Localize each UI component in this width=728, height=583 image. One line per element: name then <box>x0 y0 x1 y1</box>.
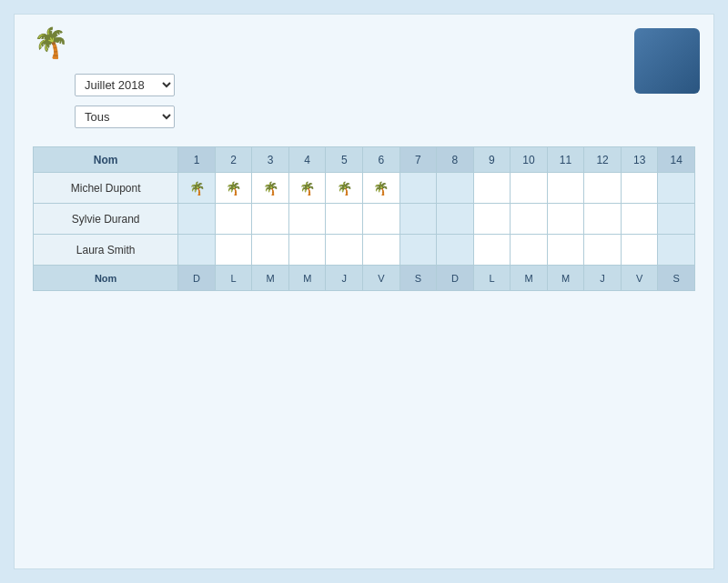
day-cell <box>621 235 658 266</box>
footer-day-letter: M <box>252 266 289 291</box>
table-row: Michel Dupont🌴🌴🌴🌴🌴🌴 <box>34 173 695 204</box>
header-day-3: 3 <box>252 147 289 173</box>
day-cell <box>584 235 622 266</box>
day-cell <box>252 235 289 266</box>
palm-icon: 🌴 <box>189 181 205 196</box>
day-cell: 🌴 <box>288 173 326 204</box>
person-name: Michel Dupont <box>34 173 178 204</box>
footer-day-letter: V <box>621 266 658 291</box>
day-cell <box>326 204 363 235</box>
day-cell <box>437 235 474 266</box>
header-day-2: 2 <box>215 147 252 173</box>
header-day-12: 12 <box>584 147 622 173</box>
day-cell <box>363 204 400 235</box>
header-day-9: 9 <box>473 147 511 173</box>
day-cell: 🌴 <box>326 173 363 204</box>
footer-day-letter: S <box>658 266 695 291</box>
day-cell <box>584 173 622 204</box>
footer-day-letter: L <box>215 266 252 291</box>
header: 🌴 <box>33 28 695 57</box>
day-cell <box>547 204 584 235</box>
logo-box <box>634 28 700 94</box>
day-cell <box>252 204 289 235</box>
header-day-5: 5 <box>326 147 363 173</box>
day-cell <box>288 235 326 266</box>
day-cell <box>399 173 437 204</box>
planning-table: Nom1234567891011121314Michel Dupont🌴🌴🌴🌴🌴… <box>33 146 695 291</box>
day-cell <box>399 235 437 266</box>
day-cell: 🌴 <box>215 173 252 204</box>
header-nom: Nom <box>34 147 178 173</box>
day-cell <box>473 204 511 235</box>
site-select[interactable]: Tous <box>75 106 175 128</box>
header-day-7: 7 <box>399 147 437 173</box>
footer-day-letter: D <box>178 266 216 291</box>
day-cell <box>215 204 252 235</box>
footer-day-letter: S <box>399 266 437 291</box>
day-cell <box>621 204 658 235</box>
day-cell <box>584 204 622 235</box>
palm-icon: 🌴 <box>373 181 389 196</box>
mois-row: Juillet 2018 <box>33 74 695 96</box>
app-icon: 🌴 <box>33 28 69 57</box>
day-cell <box>621 173 658 204</box>
day-cell: 🌴 <box>363 173 400 204</box>
header-day-14: 14 <box>658 147 695 173</box>
day-cell <box>437 173 474 204</box>
day-cell <box>326 235 363 266</box>
controls: Juillet 2018 Tous <box>33 74 695 128</box>
day-cell <box>178 204 216 235</box>
day-cell <box>399 204 437 235</box>
day-cell <box>658 204 695 235</box>
day-cell <box>511 235 548 266</box>
footer-day-letter: V <box>363 266 400 291</box>
table-row: Sylvie Durand <box>34 204 695 235</box>
day-cell <box>658 235 695 266</box>
header-day-1: 1 <box>178 147 216 173</box>
page-wrapper: 🌴 Juillet 2018 Tous Nom12345678910111213… <box>14 14 714 569</box>
header-day-4: 4 <box>288 147 326 173</box>
footer-day-letter: D <box>437 266 474 291</box>
header-day-10: 10 <box>511 147 548 173</box>
day-cell <box>215 235 252 266</box>
palm-icon: 🌴 <box>263 181 278 196</box>
day-cell <box>511 204 548 235</box>
footer-day-letter: M <box>547 266 584 291</box>
day-cell <box>658 173 695 204</box>
day-cell: 🌴 <box>252 173 289 204</box>
footer-day-letter: L <box>473 266 511 291</box>
palm-icon: 🌴 <box>226 181 241 196</box>
day-cell <box>363 235 400 266</box>
header-day-8: 8 <box>437 147 474 173</box>
header-day-13: 13 <box>621 147 658 173</box>
header-day-6: 6 <box>363 147 400 173</box>
palm-icon: 🌴 <box>299 181 315 196</box>
mois-select[interactable]: Juillet 2018 <box>75 74 175 96</box>
footer-nom: Nom <box>34 266 178 291</box>
footer-day-letter: M <box>288 266 326 291</box>
day-cell <box>178 235 216 266</box>
day-cell <box>547 173 584 204</box>
footer-day-letter: M <box>511 266 548 291</box>
day-cell <box>473 173 511 204</box>
day-cell <box>547 235 584 266</box>
day-cell <box>511 173 548 204</box>
palm-icon: 🌴 <box>337 181 352 196</box>
planning-wrapper: Nom1234567891011121314Michel Dupont🌴🌴🌴🌴🌴… <box>33 146 695 291</box>
person-name: Laura Smith <box>34 235 178 266</box>
day-cell <box>437 204 474 235</box>
day-cell: 🌴 <box>178 173 216 204</box>
day-cell <box>473 235 511 266</box>
table-row: Laura Smith <box>34 235 695 266</box>
footer-day-letter: J <box>584 266 622 291</box>
header-day-11: 11 <box>547 147 584 173</box>
footer-day-letter: J <box>326 266 363 291</box>
person-name: Sylvie Durand <box>34 204 178 235</box>
day-cell <box>288 204 326 235</box>
site-row: Tous <box>33 106 695 128</box>
